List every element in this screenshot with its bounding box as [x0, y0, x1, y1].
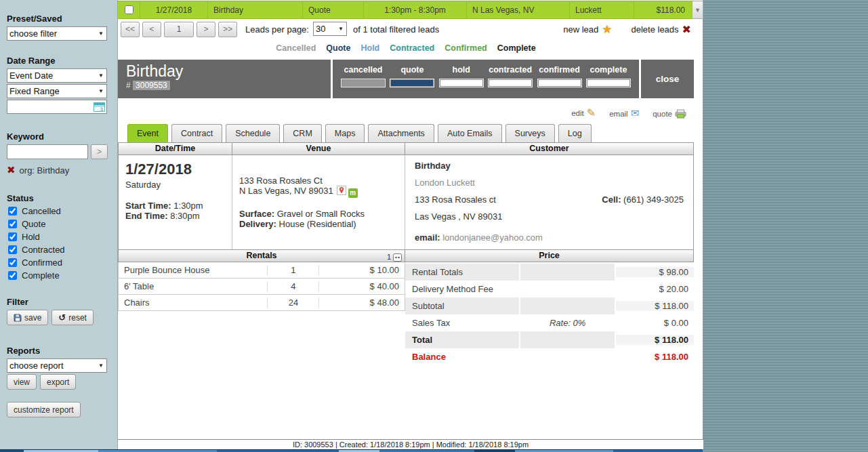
lead-select-checkbox[interactable] [125, 5, 133, 14]
tab-log[interactable]: Log [558, 124, 592, 142]
date-range-input-wrap [7, 100, 107, 114]
report-select[interactable]: choose report [7, 359, 106, 372]
view-report-button[interactable]: view [7, 374, 37, 390]
lead-row-cells[interactable]: 1/27/2018 Birthday Quote 1:30pm - 8:30pm… [118, 1, 692, 19]
date-type-select-wrap: Event Date [7, 68, 107, 83]
calendar-icon[interactable] [94, 102, 105, 112]
export-report-button[interactable]: export [40, 374, 76, 390]
printer-icon [675, 109, 686, 119]
tab-contract[interactable]: Contract [171, 124, 222, 142]
customize-report-button[interactable]: customize report [7, 402, 81, 417]
status-link-quote[interactable]: Quote [326, 43, 350, 53]
lead-time-cell[interactable]: 1:30pm - 8:30pm [364, 1, 467, 18]
lead-result-row[interactable]: 1/27/2018 Birthday Quote 1:30pm - 8:30pm… [118, 1, 703, 19]
date-type-select[interactable]: Event Date [7, 69, 106, 82]
price-header: Price [405, 249, 694, 262]
rental-item-row[interactable]: 6' Table 4 $ 40.00 [119, 279, 405, 295]
status-option-complete[interactable]: complete [586, 65, 631, 98]
email-button[interactable]: email ✉ [609, 108, 639, 119]
status-link-contracted[interactable]: Contracted [390, 43, 434, 53]
mapquest-icon[interactable]: m [348, 188, 358, 198]
customer-address1: 133 Rosa Rosales ct [415, 194, 496, 205]
info-table-body: 1/27/2018 Saturday Start Time: 1:30pm En… [119, 155, 693, 249]
keyword-input[interactable] [7, 144, 88, 159]
status-box-quote[interactable] [390, 79, 434, 87]
pager-first-button[interactable]: << [121, 22, 140, 37]
pager-last-button[interactable]: >> [218, 22, 237, 37]
delete-leads-button[interactable]: delete leads ✖ [631, 24, 691, 35]
quote-checkbox[interactable] [8, 220, 17, 228]
status-link-hold[interactable]: Hold [360, 43, 379, 53]
status-link-cancelled[interactable]: Cancelled [276, 43, 316, 53]
status-option-contracted[interactable]: contracted [488, 65, 533, 98]
info-table-header: Date/Time Venue Customer [119, 143, 693, 155]
date-range-input[interactable] [7, 100, 106, 113]
status-filter-cancelled: Cancelled [8, 206, 110, 216]
reset-filter-button[interactable]: ↺ reset [51, 310, 94, 325]
customer-address2: Las Vegas , NV 89031 [415, 211, 684, 222]
complete-checkbox[interactable] [8, 271, 17, 280]
pager-prev-button[interactable]: < [142, 22, 161, 37]
status-box-hold[interactable] [439, 79, 484, 87]
lead-event-cell[interactable]: Birthday [208, 1, 303, 18]
tab-auto-emails[interactable]: Auto Emails [438, 124, 502, 142]
cancelled-checkbox[interactable] [8, 207, 17, 215]
status-filter-contracted: Contracted [8, 245, 110, 255]
tab-surveys[interactable]: Surveys [505, 124, 555, 142]
power-outlet-icon [393, 253, 402, 262]
event-id-line: # 3009553 [126, 81, 331, 90]
rental-item-row[interactable]: Chairs 24 $ 48.00 [119, 295, 405, 311]
status-link-complete[interactable]: Complete [497, 43, 536, 53]
envelope-icon: ✉ [631, 108, 640, 119]
status-filter-confirmed: Confirmed [8, 258, 110, 268]
status-box-complete[interactable] [586, 79, 631, 87]
reports-label: Reports [7, 346, 110, 356]
confirmed-checkbox[interactable] [8, 258, 17, 267]
rentals-rows: Purple Bounce House 1 $ 10.00 6' Table 4… [118, 262, 405, 311]
remove-org-filter-icon[interactable]: ✖ [7, 165, 16, 176]
column-dropdown-button[interactable]: ▼ [692, 1, 703, 19]
status-option-confirmed[interactable]: confirmed [537, 65, 582, 98]
status-option-quote[interactable]: quote [390, 65, 434, 98]
rentals-column: Rentals 1 Purple Bounce House 1 $ 10.00 … [118, 249, 405, 365]
lead-name-cell[interactable]: Luckett [570, 1, 634, 18]
status-box-contracted[interactable] [488, 79, 533, 87]
org-filter-row: ✖ org: Birthday [7, 165, 110, 176]
tab-event[interactable]: Event [127, 124, 168, 142]
venue-cell: 133 Rosa Rosales Ct N Las Vegas, NV 8903… [232, 155, 405, 249]
lead-detail-panel: 1/27/2018 Birthday Quote 1:30pm - 8:30pm… [117, 0, 703, 449]
new-lead-button[interactable]: new lead ★ [563, 24, 612, 35]
google-maps-icon[interactable] [337, 186, 346, 195]
save-filter-button[interactable]: save [7, 310, 48, 325]
rental-item-row[interactable]: Purple Bounce House 1 $ 10.00 [119, 262, 405, 279]
lead-date-cell[interactable]: 1/27/2018 [140, 1, 208, 18]
per-page-label: Leads per page: [245, 24, 309, 35]
lead-city-cell[interactable]: N Las Vegas, NV [467, 1, 570, 18]
quote-print-button[interactable]: quote [653, 109, 686, 119]
contracted-checkbox[interactable] [8, 245, 17, 254]
tab-attachments[interactable]: Attachments [368, 124, 434, 142]
keyword-go-button[interactable]: > [91, 144, 108, 159]
close-button[interactable]: close [641, 60, 694, 98]
tab-maps[interactable]: Maps [325, 124, 365, 142]
edit-button[interactable]: edit ✎ [571, 108, 596, 119]
status-link-confirmed[interactable]: Confirmed [445, 43, 487, 53]
status-box-confirmed[interactable] [537, 79, 582, 87]
preset-filter-select[interactable]: choose filter [7, 27, 106, 40]
lead-amount-cell[interactable]: $118.00 [634, 1, 692, 18]
pager-next-button[interactable]: > [197, 22, 215, 37]
new-lead-star-icon: ★ [602, 24, 612, 35]
status-box-cancelled[interactable] [341, 79, 386, 87]
customer-email-line: email: londonjanee@yahoo.com [415, 232, 684, 243]
status-filter-hold: Hold [8, 232, 110, 242]
per-page-select[interactable]: 30 [314, 22, 346, 35]
customer-address-row: 133 Rosa Rosales ct Cell: (661) 349-3025 [415, 194, 684, 205]
status-option-hold[interactable]: hold [439, 65, 484, 98]
range-type-select[interactable]: Fixed Range [7, 85, 106, 98]
tab-schedule[interactable]: Schedule [226, 124, 280, 142]
pager-current-page[interactable]: 1 [164, 22, 194, 37]
tab-crm[interactable]: CRM [283, 124, 321, 142]
status-option-cancelled[interactable]: cancelled [341, 65, 386, 98]
lead-status-cell[interactable]: Quote [303, 1, 364, 18]
hold-checkbox[interactable] [8, 232, 17, 241]
